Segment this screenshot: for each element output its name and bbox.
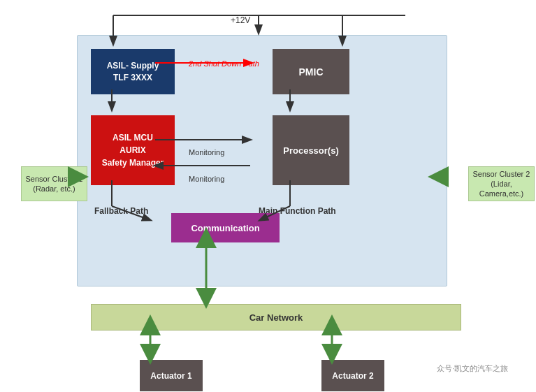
asil-mcu-label: ASIL MCU AURIX Safety Manager — [102, 131, 164, 169]
car-network-box: Car Network — [91, 304, 461, 331]
actuator-2-box: Actuator 2 — [321, 360, 384, 391]
monitoring-label-1: Monitoring — [189, 148, 224, 157]
asil-supply-label: ASIL- Supply TLF 3XXX — [107, 60, 159, 84]
communication-label: Communication — [191, 223, 259, 233]
monitoring-label-2: Monitoring — [189, 175, 224, 183]
sensor-cluster-2-box: Sensor Cluster 2(Lidar, Camera,etc.) — [468, 166, 535, 201]
car-network-label: Car Network — [249, 312, 303, 323]
communication-box: Communication — [171, 213, 280, 242]
sensor-cluster-1-box: Sensor Cluster 1(Radar, etc.) — [21, 166, 87, 201]
asil-mcu-box: ASIL MCU AURIX Safety Manager — [91, 115, 175, 185]
actuator-1-box: Actuator 1 — [140, 360, 203, 391]
watermark: 众号·凯文的汽车之旅 — [437, 363, 508, 374]
asil-supply-box: ASIL- Supply TLF 3XXX — [91, 49, 175, 94]
v12-label: +12V — [231, 15, 250, 25]
shutdown-path-label: 2nd Shut Down Path — [189, 59, 259, 68]
sensor-cluster-1-label: Sensor Cluster 1(Radar, etc.) — [26, 174, 83, 194]
fallback-path-label: Fallback Path — [94, 206, 148, 216]
actuator-2-label: Actuator 2 — [332, 371, 373, 381]
processor-label: Processor(s) — [283, 145, 338, 156]
processor-box: Processor(s) — [273, 115, 349, 185]
sensor-cluster-2-label: Sensor Cluster 2(Lidar, Camera,etc.) — [469, 169, 534, 199]
pmic-label: PMIC — [299, 66, 324, 78]
pmic-box: PMIC — [273, 49, 349, 94]
actuator-1-label: Actuator 1 — [150, 371, 191, 381]
diagram-wrapper: +12V ASIL- Supply TLF 3XXX PMIC 2nd Shut… — [21, 7, 515, 384]
